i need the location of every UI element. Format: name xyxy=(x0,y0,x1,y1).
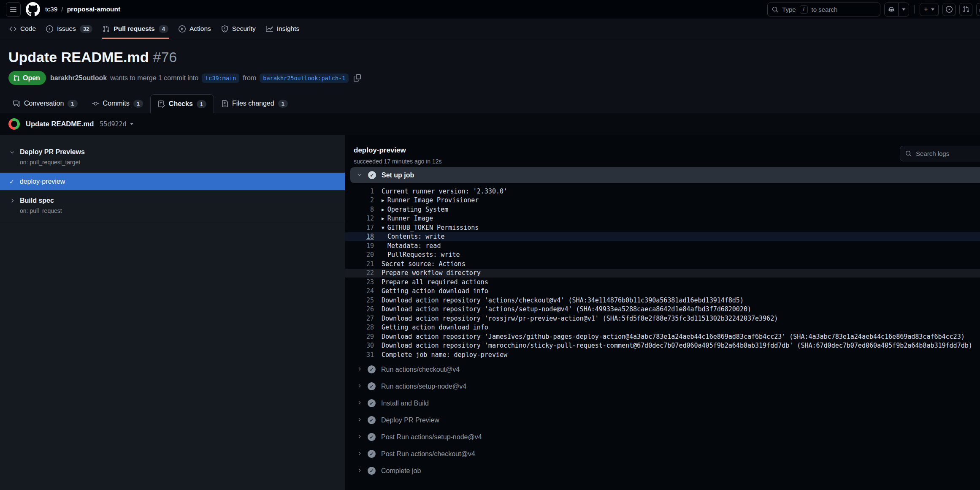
step-header-set-up-job[interactable]: ✓Set up job xyxy=(350,167,980,183)
chevron-down-icon xyxy=(9,149,15,166)
log-line-26: 26Download action repository 'actions/se… xyxy=(345,305,980,314)
pr-tab-counter: 1 xyxy=(68,100,77,108)
expand-triangle-icon[interactable]: ▶ xyxy=(382,207,384,212)
log-line-text: Getting action download info xyxy=(382,324,980,331)
pr-number: #76 xyxy=(153,49,177,65)
log-line-number[interactable]: 29 xyxy=(345,333,382,340)
log-line-number[interactable]: 23 xyxy=(345,278,382,286)
head-branch-label[interactable]: barakhr25outlook:patch-1 xyxy=(260,74,349,83)
log-line-number[interactable]: 24 xyxy=(345,287,382,295)
pr-tab-files-changed[interactable]: Files changed1 xyxy=(214,94,295,113)
log-line-text: Download action repository 'actions/chec… xyxy=(382,297,980,304)
log-line-text: ▼GITHUB_TOKEN Permissions xyxy=(382,224,980,231)
log-search-input[interactable]: Search logs xyxy=(900,146,980,161)
workflow-header-build-spec[interactable]: Build specon: pull_request xyxy=(0,191,345,221)
base-branch-label[interactable]: tc39:main xyxy=(202,74,239,83)
job-summary: succeeded 17 minutes ago in 12s xyxy=(354,158,980,165)
log-line-text: Complete job name: deploy-preview xyxy=(382,351,980,359)
step-row-install-and-build[interactable]: ✓Install and Build xyxy=(345,395,980,412)
pr-tab-label: Checks xyxy=(169,100,193,108)
search-icon xyxy=(772,6,778,13)
pull-requests-dashboard-button[interactable] xyxy=(959,3,972,16)
pr-tab-label: Files changed xyxy=(232,100,274,107)
log-line-number[interactable]: 1 xyxy=(345,188,382,195)
pr-merge-text: wants to merge 1 commit into xyxy=(110,74,198,82)
repo-nav-label: Security xyxy=(232,25,256,33)
commit-title: Update README.md xyxy=(26,120,94,128)
log-line-number[interactable]: 25 xyxy=(345,297,382,304)
chevron-right-icon xyxy=(357,433,362,441)
github-logo-icon[interactable] xyxy=(26,2,40,16)
log-line-number[interactable]: 30 xyxy=(345,342,382,349)
repo-nav-item-actions[interactable]: Actions xyxy=(173,19,216,39)
log-line-number[interactable]: 31 xyxy=(345,351,382,359)
pr-tab-conversation[interactable]: Conversation1 xyxy=(6,94,85,113)
pr-tabs: Conversation1Commits1Checks1Files change… xyxy=(0,94,980,113)
copilot-button[interactable] xyxy=(884,3,909,16)
breadcrumb-org[interactable]: tc39 xyxy=(45,5,57,13)
notifications-button-partial[interactable] xyxy=(976,3,980,16)
pr-tab-commits[interactable]: Commits1 xyxy=(85,94,150,113)
log-line-number[interactable]: 28 xyxy=(345,324,382,331)
copilot-icon[interactable] xyxy=(885,3,898,16)
log-line-number[interactable]: 20 xyxy=(345,251,382,259)
step-name: Deploy PR Preview xyxy=(381,416,439,424)
copilot-dropdown-caret[interactable] xyxy=(898,3,909,16)
repo-nav-item-security[interactable]: Security xyxy=(216,19,261,39)
log-line-text: Secret source: Actions xyxy=(382,260,980,268)
log-line-number[interactable]: 22 xyxy=(345,269,382,277)
log-line-2: 2▶Runner Image Provisioner xyxy=(345,196,980,205)
step-row-post-run-actions-setup-node-v4[interactable]: ✓Post Run actions/setup-node@v4 xyxy=(345,429,980,446)
pr-tab-checks[interactable]: Checks1 xyxy=(150,94,214,113)
expand-triangle-icon[interactable]: ▶ xyxy=(382,216,384,221)
chevron-right-icon xyxy=(357,450,362,458)
log-line-20: 20PullRequests: write xyxy=(345,250,980,260)
commit-selector-bar: Update README.md 55d922d xyxy=(0,113,980,135)
workflow-header-deploy-pr-previews[interactable]: Deploy PR Previewson: pull_request_targe… xyxy=(0,142,345,173)
commit-sha-dropdown[interactable]: 55d922d xyxy=(100,120,133,128)
pr-meta-row: Open barakhr25outlook wants to merge 1 c… xyxy=(8,71,972,85)
log-line-24: 24Getting action download info xyxy=(345,287,980,296)
breadcrumb-repo[interactable]: proposal-amount xyxy=(67,5,121,13)
sidebar-job-deploy-preview[interactable]: ✓deploy-preview xyxy=(0,173,345,191)
global-menu-button[interactable] xyxy=(6,2,21,17)
workflow-title: Deploy PR Previews xyxy=(20,148,85,156)
repo-nav-item-pull-requests[interactable]: Pull requests4 xyxy=(97,19,173,39)
log-line-21: 21Secret source: Actions xyxy=(345,259,980,269)
chevron-right-icon xyxy=(357,366,362,372)
step-row-deploy-pr-preview[interactable]: ✓Deploy PR Preview xyxy=(345,412,980,429)
comment-discussion-icon xyxy=(13,100,20,107)
issues-dashboard-button[interactable] xyxy=(942,3,956,16)
repo-nav-label: Code xyxy=(20,25,36,33)
repo-nav-item-code[interactable]: Code xyxy=(4,19,41,39)
global-search-input[interactable]: Type / to search xyxy=(767,3,880,16)
log-line-number[interactable]: 26 xyxy=(345,305,382,313)
pr-author[interactable]: barakhr25outlook xyxy=(50,74,107,82)
create-new-button[interactable]: + xyxy=(920,3,939,16)
log-line-number[interactable]: 19 xyxy=(345,242,382,250)
log-line-31: 31Complete job name: deploy-preview xyxy=(345,350,980,359)
collapse-triangle-icon[interactable]: ▼ xyxy=(382,225,384,231)
breadcrumb: tc39 / proposal-amount xyxy=(45,5,120,13)
workflow-group-deploy-pr-previews: Deploy PR Previewson: pull_request_targe… xyxy=(0,142,345,191)
chevron-right-icon xyxy=(357,400,362,406)
step-row-run-actions-setup-node-v4[interactable]: ✓Run actions/setup-node@v4 xyxy=(345,378,980,395)
log-line-number[interactable]: 8 xyxy=(345,206,382,213)
copy-branch-button[interactable] xyxy=(354,74,361,82)
repo-nav: CodeIssues32Pull requests4ActionsSecurit… xyxy=(0,19,980,39)
log-line-number[interactable]: 2 xyxy=(345,196,382,204)
log-line-text: Prepare all required actions xyxy=(382,278,980,286)
pr-tab-counter: 1 xyxy=(278,100,288,108)
log-line-number[interactable]: 18 xyxy=(345,233,382,240)
step-row-post-run-actions-checkout-v4[interactable]: ✓Post Run actions/checkout@v4 xyxy=(345,446,980,463)
step-row-run-actions-checkout-v4[interactable]: ✓Run actions/checkout@v4 xyxy=(345,361,980,378)
pr-merge-description: barakhr25outlook wants to merge 1 commit… xyxy=(50,74,361,83)
repo-nav-item-issues[interactable]: Issues32 xyxy=(41,19,97,39)
step-row-complete-job[interactable]: ✓Complete job xyxy=(345,463,980,479)
expand-triangle-icon[interactable]: ▶ xyxy=(382,198,384,203)
repo-nav-item-insights[interactable]: Insights xyxy=(261,19,304,39)
log-line-number[interactable]: 12 xyxy=(345,215,382,222)
log-line-number[interactable]: 21 xyxy=(345,260,382,268)
log-line-number[interactable]: 17 xyxy=(345,224,382,231)
log-line-number[interactable]: 27 xyxy=(345,315,382,322)
